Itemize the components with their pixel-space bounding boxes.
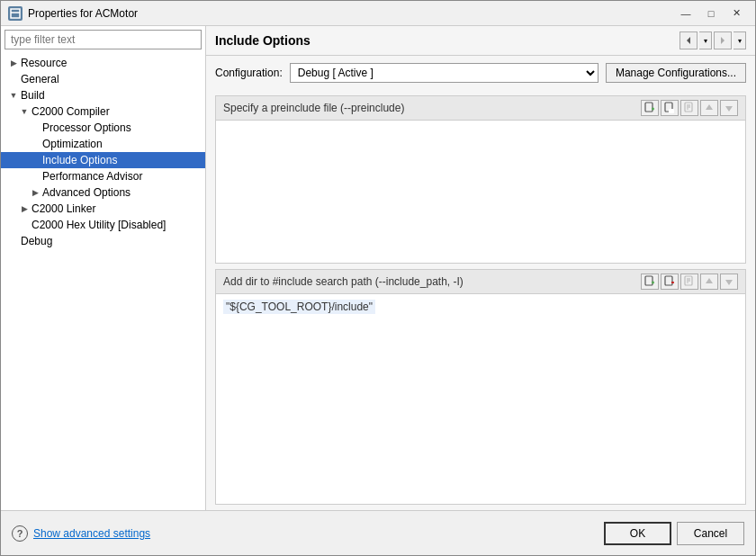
tree-arrow-c2000-hex	[19, 220, 30, 230]
tree-item-build[interactable]: ▼ Build	[1, 87, 205, 103]
up-icon	[703, 102, 716, 114]
tree-item-c2000-hex[interactable]: C2000 Hex Utility [Disabled]	[1, 217, 205, 233]
svg-rect-0	[11, 9, 20, 18]
right-header: Include Options ▾ ▾	[206, 26, 755, 56]
svg-marker-25	[706, 278, 713, 283]
down-icon	[723, 102, 735, 114]
include-up-button[interactable]	[700, 274, 718, 290]
tree-arrow-resource: ▶	[8, 58, 19, 68]
tree-item-debug[interactable]: Debug	[1, 233, 205, 249]
tree-item-c2000-compiler[interactable]: ▼ C2000 Compiler	[1, 103, 205, 120]
svg-marker-3	[721, 37, 724, 44]
tree-item-c2000-linker[interactable]: ▶ C2000 Linker	[1, 201, 205, 217]
tree-arrow-debug	[8, 236, 19, 247]
include-edit-button[interactable]	[680, 274, 698, 290]
tree-item-optimization[interactable]: Optimization	[1, 136, 205, 152]
tree-label-processor-options: Processor Options	[42, 121, 131, 134]
include-path-panel-title: Add dir to #include search path (--inclu…	[223, 275, 464, 288]
window-icon	[8, 6, 22, 21]
edit-icon	[683, 102, 696, 114]
tree-item-general[interactable]: General	[1, 71, 205, 87]
tree-arrow-general	[8, 74, 19, 85]
tree-label-debug: Debug	[21, 235, 52, 247]
window-controls: — □ ✕	[674, 4, 748, 22]
tree-label-c2000-hex: C2000 Hex Utility [Disabled]	[32, 219, 166, 231]
minimize-button[interactable]: —	[674, 4, 698, 22]
svg-rect-19	[665, 276, 672, 285]
tree-item-advanced-options[interactable]: ▶ Advanced Options	[1, 184, 205, 201]
include-path-panel-header: Add dir to #include search path (--inclu…	[216, 270, 745, 294]
up-icon2	[703, 275, 716, 288]
maximize-button[interactable]: □	[699, 4, 723, 22]
config-select[interactable]: Debug [ Active ]	[290, 63, 598, 83]
nav-back-button[interactable]	[680, 31, 698, 49]
back-icon	[683, 35, 694, 46]
tree: ▶ Resource General ▼ Build ▼ C2000 Compi…	[1, 53, 205, 510]
close-button[interactable]: ✕	[724, 4, 748, 22]
filter-input[interactable]	[4, 30, 202, 49]
preinclude-edit-button[interactable]	[680, 100, 698, 116]
tree-item-performance-advisor[interactable]: Performance Advisor	[1, 168, 205, 184]
add-icon	[663, 102, 676, 114]
tree-label-c2000-linker: C2000 Linker	[32, 202, 95, 215]
tree-arrow-c2000-linker: ▶	[19, 203, 30, 214]
svg-rect-16	[645, 276, 652, 285]
tree-label-include-options: Include Options	[42, 154, 117, 166]
down-icon2	[723, 275, 735, 288]
preinclude-panel: Specify a preinclude file (--preinclude)	[215, 95, 746, 264]
svg-marker-15	[725, 106, 733, 112]
preinclude-panel-actions	[641, 100, 738, 116]
tree-arrow-advanced-options: ▶	[30, 187, 40, 198]
main-window: Properties for ACMotor — □ ✕ ▶ Resource …	[0, 0, 756, 556]
manage-configurations-button[interactable]: Manage Configurations...	[606, 63, 746, 83]
ok-button[interactable]: OK	[604, 522, 671, 545]
tree-label-c2000-compiler: C2000 Compiler	[32, 105, 110, 118]
show-advanced-settings[interactable]: ? Show advanced settings	[12, 525, 150, 542]
tree-label-general: General	[21, 73, 59, 85]
preinclude-up-button[interactable]	[700, 100, 718, 116]
bottom-bar: ? Show advanced settings OK Cancel	[1, 510, 755, 555]
tree-item-processor-options[interactable]: Processor Options	[1, 120, 205, 136]
include-path-panel: Add dir to #include search path (--inclu…	[215, 269, 746, 505]
include-down-button[interactable]	[720, 274, 738, 290]
svg-rect-8	[669, 109, 674, 113]
svg-marker-14	[706, 104, 713, 110]
tree-arrow-include-options	[30, 155, 40, 166]
preinclude-down-button[interactable]	[720, 100, 738, 116]
header-nav: ▾ ▾	[680, 31, 746, 49]
tree-label-resource: Resource	[21, 57, 67, 69]
include-path-panel-actions	[641, 274, 738, 290]
preinclude-panel-header: Specify a preinclude file (--preinclude)	[216, 96, 745, 121]
tree-label-advanced-options: Advanced Options	[42, 186, 130, 199]
tree-item-resource[interactable]: ▶ Resource	[1, 55, 205, 71]
tree-item-include-options[interactable]: Include Options	[1, 152, 205, 168]
edit-icon2	[683, 275, 696, 288]
svg-rect-4	[645, 103, 652, 112]
preinclude-panel-body	[216, 121, 745, 263]
left-panel: ▶ Resource General ▼ Build ▼ C2000 Compi…	[1, 26, 206, 510]
content-area: ▶ Resource General ▼ Build ▼ C2000 Compi…	[1, 26, 755, 510]
preinclude-add-file-button[interactable]	[641, 100, 659, 116]
nav-back-dropdown[interactable]: ▾	[699, 31, 712, 49]
right-panel: Include Options ▾ ▾	[206, 26, 755, 510]
tree-arrow-build: ▼	[8, 90, 19, 101]
nav-forward-dropdown[interactable]: ▾	[734, 31, 746, 49]
tree-label-build: Build	[21, 89, 45, 102]
preinclude-add-button[interactable]	[661, 100, 679, 116]
include-add-button[interactable]	[661, 274, 679, 290]
include-path-item: "${CG_TOOL_ROOT}/include"	[223, 300, 375, 314]
right-panel-title: Include Options	[215, 33, 310, 48]
svg-marker-2	[687, 37, 690, 44]
cancel-button[interactable]: Cancel	[677, 522, 744, 545]
title-bar: Properties for ACMotor — □ ✕	[1, 1, 755, 26]
add-file-icon2	[644, 275, 656, 288]
show-advanced-text: Show advanced settings	[33, 527, 150, 540]
tree-arrow-optimization	[30, 139, 40, 149]
panels-area: Specify a preinclude file (--preinclude)	[206, 90, 755, 510]
dialog-buttons: OK Cancel	[604, 522, 744, 545]
include-add-file-button[interactable]	[641, 274, 659, 290]
nav-forward-button[interactable]	[714, 31, 732, 49]
tree-arrow-c2000-compiler: ▼	[19, 106, 30, 117]
tree-arrow-performance-advisor	[30, 171, 40, 182]
include-path-panel-body: "${CG_TOOL_ROOT}/include"	[216, 294, 745, 504]
